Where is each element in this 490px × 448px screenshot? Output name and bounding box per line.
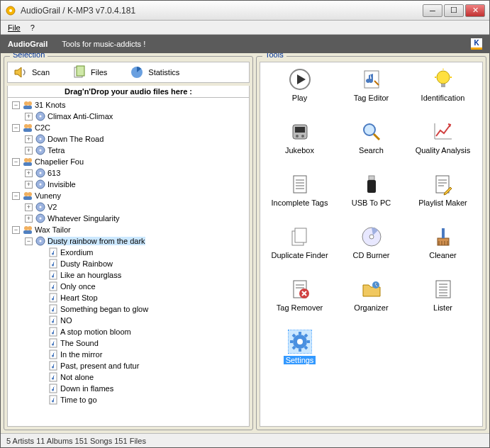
tree-node-track[interactable]: Down in flames xyxy=(9,383,249,394)
brand-bar: AudioGrail Tools for music-addicts ! K xyxy=(1,35,489,53)
node-label: Down The Road xyxy=(48,135,104,143)
status-bar: 5 Artists 11 Albums 151 Songs 151 Files xyxy=(1,433,489,447)
tool-cleaner[interactable]: Cleaner xyxy=(408,224,478,274)
menu-file[interactable]: File xyxy=(8,23,21,32)
tree-node-album[interactable]: +V2 xyxy=(9,201,249,213)
doc-lines-icon xyxy=(289,173,311,196)
tree-node-artist[interactable]: −31 Knots xyxy=(9,99,249,111)
tree-node-track[interactable]: Like an hourglass xyxy=(9,269,249,281)
menu-help[interactable]: ? xyxy=(30,23,35,32)
maximize-button[interactable]: ☐ xyxy=(444,4,464,17)
track-icon xyxy=(48,315,58,325)
tree-node-artist[interactable]: −Vuneny xyxy=(9,190,249,201)
tree-node-album[interactable]: −Dusty rainbow from the dark xyxy=(9,235,249,247)
tool-label: CD Burner xyxy=(353,251,390,259)
tree-node-track[interactable]: NO xyxy=(9,315,249,326)
tree-node-track[interactable]: Time to go xyxy=(9,394,249,405)
tree-node-track[interactable]: A stop motion bloom xyxy=(9,326,249,337)
album-icon xyxy=(35,236,45,246)
tool-play[interactable]: Play xyxy=(265,67,335,116)
titlebar[interactable]: AudioGrail / K-MP3 v7.0.4.181 ─ ☐ ✕ xyxy=(1,1,489,21)
tools-grid: PlayTag EditorIdentificationJukeboxSearc… xyxy=(260,62,483,427)
expander-icon[interactable]: + xyxy=(25,169,33,177)
svg-rect-64 xyxy=(295,228,306,242)
svg-point-52 xyxy=(437,71,450,84)
tool-incomplete-tags[interactable]: Incomplete Tags xyxy=(265,172,335,221)
tool-lister[interactable]: Lister xyxy=(408,276,478,326)
tool-settings[interactable]: Settings xyxy=(265,329,335,379)
minimize-button[interactable]: ─ xyxy=(423,4,442,17)
node-label: Past, present and futur xyxy=(60,362,139,370)
album-icon xyxy=(35,213,45,223)
tool-label: Jukebox xyxy=(285,146,314,155)
svg-point-18 xyxy=(28,158,32,162)
tree-node-track[interactable]: In the mirror xyxy=(9,349,249,360)
tool-label: Tag Remover xyxy=(277,303,323,312)
tree-node-track[interactable]: Only once xyxy=(9,281,249,292)
tree-node-album[interactable]: +Climax Anti-Climax xyxy=(9,111,249,122)
expander-icon[interactable]: − xyxy=(12,226,20,234)
tree-node-track[interactable]: The Sound xyxy=(9,337,249,349)
tree-node-album[interactable]: +Whatever Singularity xyxy=(9,213,249,224)
tool-label: Duplicate Finder xyxy=(271,251,328,259)
expander-icon[interactable]: + xyxy=(25,181,33,189)
expander-icon[interactable]: + xyxy=(25,113,33,121)
tool-label: Quality Analysis xyxy=(416,146,471,155)
tree-node-track[interactable]: Something began to glow xyxy=(9,303,249,315)
track-icon xyxy=(48,327,58,337)
tree-node-track[interactable]: Not alone xyxy=(9,371,249,383)
track-icon xyxy=(48,372,58,382)
tree-node-track[interactable]: Past, present and futur xyxy=(9,360,249,371)
close-button[interactable]: ✕ xyxy=(465,4,485,17)
tool-label: Playlist Maker xyxy=(418,198,467,207)
tree-node-album[interactable]: +Invisible xyxy=(9,179,249,190)
tool-cd-burner[interactable]: CD Burner xyxy=(336,224,406,274)
svg-point-21 xyxy=(40,172,42,174)
svg-rect-72 xyxy=(436,281,450,298)
tree-node-track[interactable]: Heart Stop xyxy=(9,292,249,303)
tool-playlist-maker[interactable]: Playlist Maker xyxy=(408,172,478,221)
tool-usb-to-pc[interactable]: USB To PC xyxy=(336,172,406,221)
tree-node-artist[interactable]: −C2C xyxy=(9,122,249,133)
expander-icon[interactable]: − xyxy=(12,124,20,132)
node-label: Only once xyxy=(60,282,96,291)
svg-point-30 xyxy=(40,218,42,220)
files-button[interactable]: Files xyxy=(72,65,107,79)
expander-icon[interactable]: − xyxy=(12,101,20,109)
expander-icon[interactable]: − xyxy=(25,237,33,245)
tool-duplicate-finder[interactable]: Duplicate Finder xyxy=(265,224,335,274)
scan-button[interactable]: Scan xyxy=(13,65,50,79)
artist-icon xyxy=(23,100,33,110)
expander-icon[interactable]: + xyxy=(25,215,33,223)
expander-icon[interactable]: + xyxy=(25,135,33,143)
track-icon xyxy=(48,383,58,393)
tool-quality-analysis[interactable]: Quality Analysis xyxy=(408,119,478,169)
expander-icon[interactable]: + xyxy=(25,147,33,155)
node-label: Down in flames xyxy=(60,384,113,393)
tool-search[interactable]: Search xyxy=(336,119,406,169)
expander-icon[interactable]: − xyxy=(12,192,20,200)
tool-tag-remover[interactable]: Tag Remover xyxy=(265,276,335,326)
tree-node-album[interactable]: +613 xyxy=(9,167,249,179)
statistics-button[interactable]: Statistics xyxy=(130,65,179,79)
list-icon xyxy=(432,278,455,301)
tree-node-track[interactable]: Dusty Rainbow xyxy=(9,258,249,269)
node-label: Vuneny xyxy=(35,191,61,200)
expander-icon[interactable]: − xyxy=(12,158,20,166)
expander-icon[interactable]: + xyxy=(25,203,33,211)
selection-label: Selection xyxy=(10,53,48,59)
node-label: Exordium xyxy=(60,248,93,257)
tool-organizer[interactable]: Organizer xyxy=(336,276,406,326)
tool-jukebox[interactable]: Jukebox xyxy=(265,119,335,169)
tool-tag-editor[interactable]: Tag Editor xyxy=(336,67,406,116)
file-tree[interactable]: −31 Knots+Climax Anti-Climax−C2C+Down Th… xyxy=(7,98,250,427)
app-window: AudioGrail / K-MP3 v7.0.4.181 ─ ☐ ✕ File… xyxy=(0,0,490,448)
tree-node-album[interactable]: +Tetra xyxy=(9,145,249,156)
tree-node-album[interactable]: +Down The Road xyxy=(9,133,249,145)
artist-icon xyxy=(23,225,33,235)
tree-node-artist[interactable]: −Wax Tailor xyxy=(9,224,249,235)
pie-icon xyxy=(130,65,144,79)
tool-identification[interactable]: Identification xyxy=(408,67,478,116)
tree-node-artist[interactable]: −Chapelier Fou xyxy=(9,156,249,167)
tree-node-track[interactable]: Exordium xyxy=(9,247,249,258)
